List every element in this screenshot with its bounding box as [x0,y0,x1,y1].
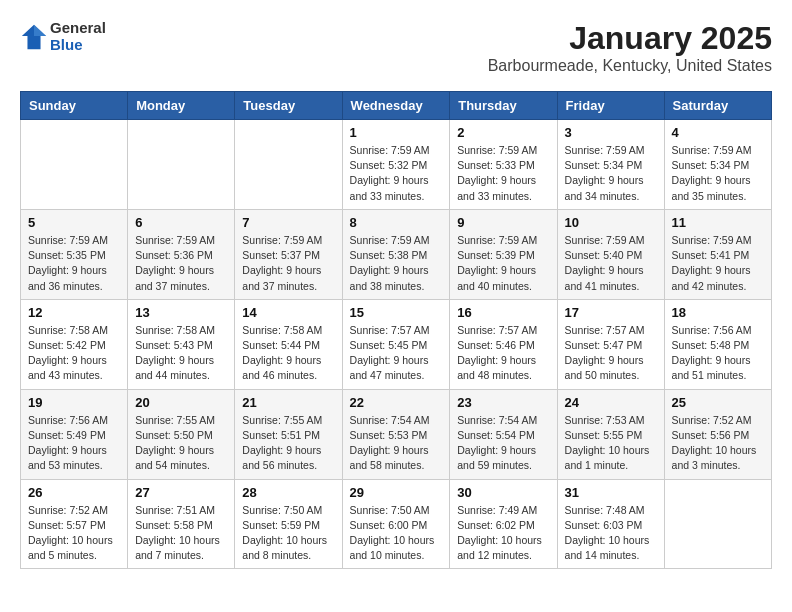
day-info: Sunrise: 7:50 AM Sunset: 5:59 PM Dayligh… [242,503,334,564]
day-number: 9 [457,215,549,230]
calendar-cell: 31Sunrise: 7:48 AM Sunset: 6:03 PM Dayli… [557,479,664,569]
calendar-cell [21,120,128,210]
day-number: 18 [672,305,764,320]
calendar-cell: 30Sunrise: 7:49 AM Sunset: 6:02 PM Dayli… [450,479,557,569]
calendar-cell: 28Sunrise: 7:50 AM Sunset: 5:59 PM Dayli… [235,479,342,569]
day-info: Sunrise: 7:59 AM Sunset: 5:34 PM Dayligh… [672,143,764,204]
logo-icon [20,23,48,51]
calendar-cell: 16Sunrise: 7:57 AM Sunset: 5:46 PM Dayli… [450,299,557,389]
day-info: Sunrise: 7:59 AM Sunset: 5:38 PM Dayligh… [350,233,443,294]
day-info: Sunrise: 7:59 AM Sunset: 5:34 PM Dayligh… [565,143,657,204]
day-number: 19 [28,395,120,410]
day-info: Sunrise: 7:58 AM Sunset: 5:43 PM Dayligh… [135,323,227,384]
calendar-cell: 3Sunrise: 7:59 AM Sunset: 5:34 PM Daylig… [557,120,664,210]
day-number: 4 [672,125,764,140]
day-info: Sunrise: 7:54 AM Sunset: 5:53 PM Dayligh… [350,413,443,474]
week-row-5: 26Sunrise: 7:52 AM Sunset: 5:57 PM Dayli… [21,479,772,569]
weekday-header-thursday: Thursday [450,92,557,120]
weekday-header-row: SundayMondayTuesdayWednesdayThursdayFrid… [21,92,772,120]
calendar-cell: 25Sunrise: 7:52 AM Sunset: 5:56 PM Dayli… [664,389,771,479]
day-number: 7 [242,215,334,230]
day-number: 17 [565,305,657,320]
day-info: Sunrise: 7:59 AM Sunset: 5:32 PM Dayligh… [350,143,443,204]
day-info: Sunrise: 7:55 AM Sunset: 5:51 PM Dayligh… [242,413,334,474]
day-number: 8 [350,215,443,230]
month-title: January 2025 [488,20,772,57]
day-number: 15 [350,305,443,320]
day-number: 29 [350,485,443,500]
day-number: 3 [565,125,657,140]
day-number: 12 [28,305,120,320]
calendar-cell: 20Sunrise: 7:55 AM Sunset: 5:50 PM Dayli… [128,389,235,479]
calendar-cell [235,120,342,210]
day-info: Sunrise: 7:56 AM Sunset: 5:48 PM Dayligh… [672,323,764,384]
day-number: 25 [672,395,764,410]
day-info: Sunrise: 7:59 AM Sunset: 5:39 PM Dayligh… [457,233,549,294]
calendar-cell: 19Sunrise: 7:56 AM Sunset: 5:49 PM Dayli… [21,389,128,479]
day-info: Sunrise: 7:54 AM Sunset: 5:54 PM Dayligh… [457,413,549,474]
day-number: 20 [135,395,227,410]
calendar-cell: 10Sunrise: 7:59 AM Sunset: 5:40 PM Dayli… [557,209,664,299]
location-title: Barbourmeade, Kentucky, United States [488,57,772,75]
day-info: Sunrise: 7:59 AM Sunset: 5:40 PM Dayligh… [565,233,657,294]
day-number: 21 [242,395,334,410]
day-number: 1 [350,125,443,140]
calendar-cell: 12Sunrise: 7:58 AM Sunset: 5:42 PM Dayli… [21,299,128,389]
logo-blue-text: Blue [50,37,106,54]
weekday-header-saturday: Saturday [664,92,771,120]
day-info: Sunrise: 7:59 AM Sunset: 5:41 PM Dayligh… [672,233,764,294]
calendar-cell: 24Sunrise: 7:53 AM Sunset: 5:55 PM Dayli… [557,389,664,479]
logo-text: General Blue [50,20,106,53]
calendar-cell: 4Sunrise: 7:59 AM Sunset: 5:34 PM Daylig… [664,120,771,210]
weekday-header-wednesday: Wednesday [342,92,450,120]
day-number: 2 [457,125,549,140]
day-info: Sunrise: 7:58 AM Sunset: 5:44 PM Dayligh… [242,323,334,384]
calendar-cell: 14Sunrise: 7:58 AM Sunset: 5:44 PM Dayli… [235,299,342,389]
day-info: Sunrise: 7:59 AM Sunset: 5:35 PM Dayligh… [28,233,120,294]
day-info: Sunrise: 7:53 AM Sunset: 5:55 PM Dayligh… [565,413,657,474]
calendar-cell: 9Sunrise: 7:59 AM Sunset: 5:39 PM Daylig… [450,209,557,299]
calendar-cell: 22Sunrise: 7:54 AM Sunset: 5:53 PM Dayli… [342,389,450,479]
calendar-cell: 5Sunrise: 7:59 AM Sunset: 5:35 PM Daylig… [21,209,128,299]
calendar-cell: 1Sunrise: 7:59 AM Sunset: 5:32 PM Daylig… [342,120,450,210]
title-block: January 2025 Barbourmeade, Kentucky, Uni… [488,20,772,75]
svg-marker-1 [34,24,46,35]
day-info: Sunrise: 7:57 AM Sunset: 5:46 PM Dayligh… [457,323,549,384]
day-number: 28 [242,485,334,500]
weekday-header-tuesday: Tuesday [235,92,342,120]
day-number: 16 [457,305,549,320]
day-info: Sunrise: 7:59 AM Sunset: 5:36 PM Dayligh… [135,233,227,294]
day-number: 5 [28,215,120,230]
day-info: Sunrise: 7:52 AM Sunset: 5:56 PM Dayligh… [672,413,764,474]
calendar-cell: 27Sunrise: 7:51 AM Sunset: 5:58 PM Dayli… [128,479,235,569]
weekday-header-friday: Friday [557,92,664,120]
calendar-cell: 21Sunrise: 7:55 AM Sunset: 5:51 PM Dayli… [235,389,342,479]
day-number: 26 [28,485,120,500]
calendar-cell: 23Sunrise: 7:54 AM Sunset: 5:54 PM Dayli… [450,389,557,479]
day-number: 31 [565,485,657,500]
day-number: 24 [565,395,657,410]
week-row-3: 12Sunrise: 7:58 AM Sunset: 5:42 PM Dayli… [21,299,772,389]
day-info: Sunrise: 7:48 AM Sunset: 6:03 PM Dayligh… [565,503,657,564]
calendar-cell: 15Sunrise: 7:57 AM Sunset: 5:45 PM Dayli… [342,299,450,389]
day-info: Sunrise: 7:57 AM Sunset: 5:45 PM Dayligh… [350,323,443,384]
day-number: 22 [350,395,443,410]
day-number: 14 [242,305,334,320]
calendar-cell: 2Sunrise: 7:59 AM Sunset: 5:33 PM Daylig… [450,120,557,210]
day-number: 11 [672,215,764,230]
weekday-header-monday: Monday [128,92,235,120]
day-info: Sunrise: 7:50 AM Sunset: 6:00 PM Dayligh… [350,503,443,564]
day-number: 10 [565,215,657,230]
week-row-2: 5Sunrise: 7:59 AM Sunset: 5:35 PM Daylig… [21,209,772,299]
calendar-cell: 6Sunrise: 7:59 AM Sunset: 5:36 PM Daylig… [128,209,235,299]
day-number: 6 [135,215,227,230]
day-info: Sunrise: 7:58 AM Sunset: 5:42 PM Dayligh… [28,323,120,384]
calendar-cell: 11Sunrise: 7:59 AM Sunset: 5:41 PM Dayli… [664,209,771,299]
calendar-cell: 26Sunrise: 7:52 AM Sunset: 5:57 PM Dayli… [21,479,128,569]
week-row-1: 1Sunrise: 7:59 AM Sunset: 5:32 PM Daylig… [21,120,772,210]
logo: General Blue [20,20,106,53]
day-info: Sunrise: 7:56 AM Sunset: 5:49 PM Dayligh… [28,413,120,474]
day-number: 13 [135,305,227,320]
page-header: General Blue January 2025 Barbourmeade, … [20,20,772,75]
calendar-cell: 29Sunrise: 7:50 AM Sunset: 6:00 PM Dayli… [342,479,450,569]
